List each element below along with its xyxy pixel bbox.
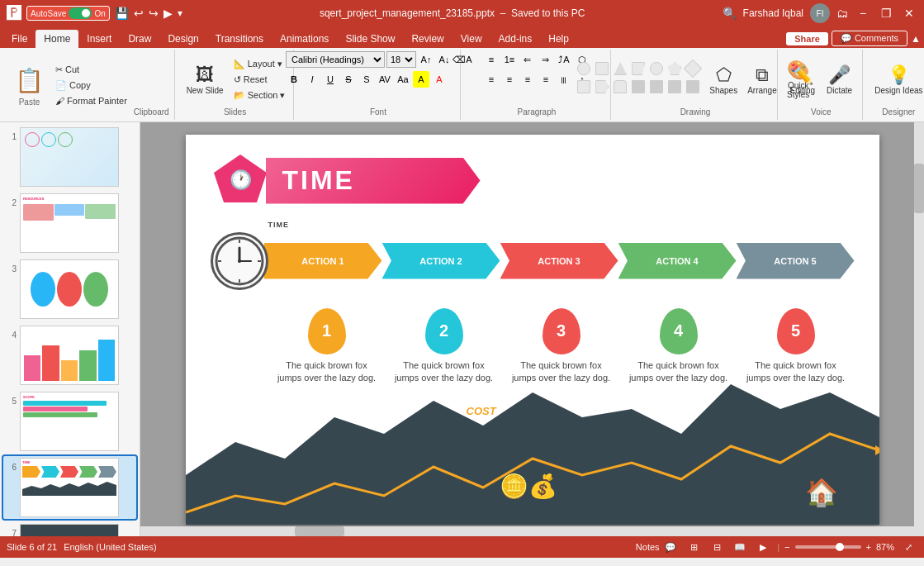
copy-button[interactable]: 📄 Copy — [52, 78, 130, 93]
increase-font-button[interactable]: A↑ — [418, 51, 434, 68]
reading-view-button[interactable]: 📖 — [731, 538, 749, 556]
ribbon-toggle-icon[interactable]: 🗂 — [836, 7, 848, 20]
bold-button[interactable]: B — [286, 71, 302, 88]
redo-icon[interactable]: ↪ — [149, 7, 159, 20]
slide-thumb-1[interactable]: 1 — [3, 126, 136, 188]
slide-thumb-7[interactable]: 7 PROJECTMANAGEMENTDASHBOARD — [3, 522, 136, 536]
shape-item[interactable] — [632, 62, 645, 75]
normal-view-button[interactable]: ⊞ — [685, 538, 703, 556]
justify-button[interactable]: ≡ — [538, 71, 554, 88]
vertical-scrollbar[interactable] — [914, 122, 924, 536]
numbering-button[interactable]: 1≡ — [501, 51, 518, 68]
slide-thumb-2[interactable]: 2 RESOURCES — [3, 192, 136, 254]
shape-item[interactable] — [577, 80, 590, 93]
editing-button[interactable]: ✏️ Editing — [784, 61, 820, 98]
shape-item[interactable] — [650, 80, 663, 93]
format-painter-button[interactable]: 🖌 Format Painter — [52, 94, 130, 107]
text-direction-button[interactable]: ⤴A — [556, 51, 572, 68]
scrollbar-thumb-h[interactable] — [295, 526, 344, 536]
tab-insert[interactable]: Insert — [78, 30, 120, 48]
shape-item[interactable] — [632, 80, 645, 93]
drop-shape-1: 1 — [308, 308, 346, 354]
decrease-font-button[interactable]: A↓ — [436, 51, 453, 68]
shape-item[interactable] — [595, 80, 609, 93]
zoom-increase-icon[interactable]: + — [866, 542, 871, 552]
tab-help[interactable]: Help — [540, 30, 577, 48]
align-right-button[interactable]: ≡ — [519, 71, 536, 88]
paste-button[interactable]: 📋 — [8, 64, 50, 98]
present-icon[interactable]: ▶ — [163, 7, 173, 20]
strikethrough-button[interactable]: S — [340, 71, 357, 88]
drop-shape-3: 3 — [543, 308, 580, 354]
autosave-toggle[interactable] — [69, 7, 92, 19]
tab-review[interactable]: Review — [403, 30, 452, 48]
layout-button[interactable]: 📐 Layout ▾ — [230, 57, 289, 71]
shape-item[interactable] — [614, 62, 627, 75]
shape-item[interactable] — [614, 80, 627, 93]
highlight-button[interactable]: A — [413, 71, 429, 88]
comments-button[interactable]: 💬 Comments — [832, 31, 907, 46]
dictate-button[interactable]: 🎤 Dictate — [822, 61, 857, 98]
share-button[interactable]: Share — [786, 32, 828, 45]
shape-item[interactable] — [577, 62, 590, 75]
arrange-button[interactable]: ⧉ Arrange — [744, 63, 780, 97]
tab-addins[interactable]: Add-ins — [490, 30, 541, 48]
tab-view[interactable]: View — [453, 30, 490, 48]
slide-number-5: 5 — [5, 397, 17, 406]
align-left-button[interactable]: ≡ — [483, 71, 500, 88]
search-icon[interactable]: 🔍 — [723, 7, 737, 20]
font-size-select[interactable]: 18 — [386, 51, 416, 68]
presenter-view-button[interactable]: ▶ — [754, 538, 772, 556]
shape-item[interactable] — [668, 80, 681, 93]
slide-sorter-button[interactable]: ⊟ — [708, 538, 726, 556]
bullets-button[interactable]: ≡ — [483, 51, 500, 68]
close-button[interactable]: ✕ — [901, 5, 917, 21]
autosave-badge[interactable]: AutoSave On — [26, 6, 110, 21]
italic-button[interactable]: I — [304, 71, 320, 88]
horizontal-scrollbar[interactable] — [140, 526, 914, 536]
scrollbar-thumb-v[interactable] — [914, 164, 924, 213]
tab-file[interactable]: File — [3, 30, 36, 48]
slide-thumb-3[interactable]: 3 — [3, 258, 136, 321]
zoom-slider[interactable] — [795, 545, 861, 549]
cut-button[interactable]: ✂ Cut — [52, 63, 130, 77]
slide-thumb-6[interactable]: 6 TIME — [3, 456, 136, 519]
case-button[interactable]: Aa — [395, 71, 411, 88]
decrease-indent-button[interactable]: ⇐ — [519, 51, 536, 68]
spacing-button[interactable]: AV — [377, 71, 393, 88]
shapes-button[interactable]: ⬠ Shapes — [706, 63, 741, 97]
align-center-button[interactable]: ≡ — [501, 71, 518, 88]
slide-thumb-4[interactable]: 4 — [3, 324, 136, 387]
tab-draw[interactable]: Draw — [120, 30, 159, 48]
notes-button[interactable]: Notes — [638, 538, 656, 556]
columns-button[interactable]: ⫼ — [556, 71, 572, 88]
slide-thumb-5[interactable]: 5 SCOPE — [3, 390, 136, 453]
shape-item[interactable] — [668, 62, 681, 75]
save-icon[interactable]: 💾 — [115, 7, 129, 20]
tab-animations[interactable]: Animations — [272, 30, 337, 48]
minimize-button[interactable]: − — [855, 5, 871, 21]
underline-button[interactable]: U — [322, 71, 339, 88]
shape-item[interactable] — [650, 62, 663, 75]
font-color-button[interactable]: A — [431, 71, 448, 88]
shape-item[interactable] — [684, 59, 703, 78]
design-ideas-button[interactable]: 💡 Design Ideas — [870, 61, 924, 98]
tab-transitions[interactable]: Transitions — [207, 30, 272, 48]
section-button[interactable]: 📂 Section ▾ — [230, 88, 289, 102]
undo-icon[interactable]: ↩ — [134, 7, 144, 20]
reset-button[interactable]: ↺ Reset — [230, 73, 289, 87]
zoom-decrease-icon[interactable]: − — [784, 542, 789, 552]
tab-slideshow[interactable]: Slide Show — [337, 30, 403, 48]
font-family-select[interactable]: Calibri (Headings) — [286, 51, 385, 68]
ribbon-collapse-icon[interactable]: ▲ — [911, 33, 921, 45]
tab-design[interactable]: Design — [159, 30, 206, 48]
tab-home[interactable]: Home — [36, 30, 78, 48]
shadow-button[interactable]: S — [358, 71, 375, 88]
restore-button[interactable]: ❐ — [878, 5, 894, 21]
increase-indent-button[interactable]: ⇒ — [538, 51, 554, 68]
fit-slide-button[interactable]: ⤢ — [899, 538, 917, 556]
shape-item[interactable] — [595, 62, 609, 75]
comments-panel-button[interactable]: 💬 — [661, 538, 680, 556]
shape-item[interactable] — [686, 80, 699, 93]
new-slide-button[interactable]: 🖼 New Slide — [182, 61, 229, 98]
